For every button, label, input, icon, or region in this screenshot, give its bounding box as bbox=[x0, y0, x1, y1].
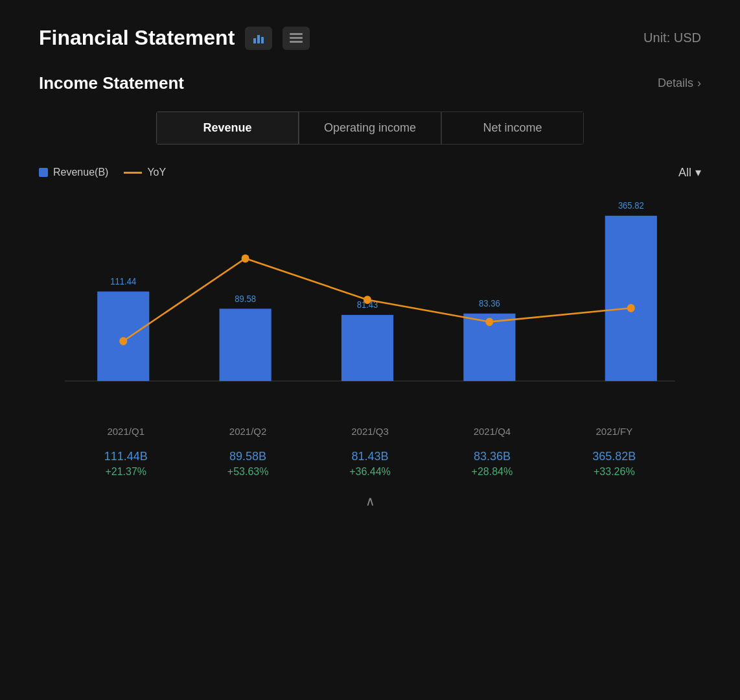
bar-label-q2: 89.58 bbox=[235, 294, 256, 303]
page-title: Financial Statement bbox=[39, 26, 235, 50]
yoy-legend-label: YoY bbox=[147, 167, 166, 178]
revenue-legend: Revenue(B) bbox=[39, 167, 108, 178]
bar-q2 bbox=[220, 309, 272, 381]
collapse-button[interactable]: ∧ bbox=[39, 493, 701, 509]
tab-operating-income[interactable]: Operating income bbox=[299, 111, 441, 145]
yoy-dot-q4 bbox=[485, 318, 493, 326]
bar-chart-button[interactable] bbox=[245, 27, 272, 50]
revenue-legend-label: Revenue(B) bbox=[53, 167, 108, 178]
list-view-button[interactable] bbox=[283, 27, 310, 50]
section-header: Income Statement Details › bbox=[39, 73, 701, 93]
data-value-q3: 81.43B bbox=[309, 450, 431, 463]
all-label: All bbox=[678, 166, 691, 180]
yoy-dot-q2 bbox=[242, 254, 249, 262]
chart-area: 111.44 89.58 81.43 83.36 365.82 bbox=[39, 195, 701, 415]
yoy-legend-line bbox=[124, 172, 142, 174]
chart-svg: 111.44 89.58 81.43 83.36 365.82 bbox=[39, 195, 701, 415]
section-title: Income Statement bbox=[39, 73, 184, 93]
svg-rect-2 bbox=[261, 37, 264, 43]
data-pct-fy: +33.26% bbox=[553, 466, 675, 478]
x-label-fy: 2021/FY bbox=[553, 426, 675, 437]
details-link[interactable]: Details › bbox=[658, 76, 701, 90]
tab-group: Revenue Operating income Net income bbox=[156, 111, 584, 145]
legend-row: Revenue(B) YoY All ▾ bbox=[39, 165, 701, 180]
revenue-legend-square bbox=[39, 168, 48, 177]
unit-label: Unit: USD bbox=[643, 30, 701, 45]
chevron-right-icon: › bbox=[697, 76, 701, 90]
yoy-dot-q1 bbox=[119, 337, 127, 345]
x-label-q2: 2021/Q2 bbox=[187, 426, 308, 437]
list-icon bbox=[290, 33, 303, 43]
bar-q3 bbox=[341, 315, 393, 381]
yoy-dot-q3 bbox=[364, 296, 371, 304]
tab-revenue[interactable]: Revenue bbox=[156, 111, 299, 145]
all-dropdown[interactable]: All ▾ bbox=[678, 165, 701, 180]
data-value-q2: 89.58B bbox=[187, 450, 308, 463]
details-label: Details bbox=[658, 76, 693, 90]
data-pct-q4: +28.84% bbox=[431, 466, 553, 478]
yoy-legend: YoY bbox=[124, 167, 166, 178]
data-pct-q2: +53.63% bbox=[187, 466, 308, 478]
data-value-q4: 83.36B bbox=[431, 450, 553, 463]
bar-label-q1: 111.44 bbox=[110, 277, 136, 286]
svg-rect-5 bbox=[290, 41, 303, 43]
x-label-q1: 2021/Q1 bbox=[65, 426, 187, 437]
bar-fy bbox=[605, 216, 657, 381]
data-cell-q2: 89.58B +53.63% bbox=[187, 450, 308, 478]
data-pct-q3: +36.44% bbox=[309, 466, 431, 478]
bar-q1 bbox=[97, 292, 149, 381]
yoy-dot-fy bbox=[627, 304, 635, 312]
x-label-q3: 2021/Q3 bbox=[309, 426, 431, 437]
svg-rect-0 bbox=[253, 38, 256, 43]
x-label-q4: 2021/Q4 bbox=[431, 426, 553, 437]
data-cell-q3: 81.43B +36.44% bbox=[309, 450, 431, 478]
bar-chart-icon bbox=[252, 32, 265, 45]
data-value-q1: 111.44B bbox=[65, 450, 187, 463]
page-header: Financial Statement Unit: USD bbox=[39, 26, 701, 50]
bar-label-fy: 365.82 bbox=[618, 201, 644, 211]
data-pct-q1: +21.37% bbox=[65, 466, 187, 478]
x-axis-labels: 2021/Q1 2021/Q2 2021/Q3 2021/Q4 2021/FY bbox=[39, 426, 701, 437]
data-cell-q4: 83.36B +28.84% bbox=[431, 450, 553, 478]
arrow-up-icon: ∧ bbox=[365, 494, 375, 508]
bar-label-q4: 83.36 bbox=[479, 299, 500, 309]
svg-rect-4 bbox=[290, 37, 303, 39]
header-left: Financial Statement bbox=[39, 26, 310, 50]
data-values-row: 111.44B +21.37% 89.58B +53.63% 81.43B +3… bbox=[39, 450, 701, 478]
data-cell-fy: 365.82B +33.26% bbox=[553, 450, 675, 478]
data-value-fy: 365.82B bbox=[553, 450, 675, 463]
tab-net-income[interactable]: Net income bbox=[441, 111, 584, 145]
legend-items: Revenue(B) YoY bbox=[39, 167, 166, 178]
svg-rect-1 bbox=[257, 35, 260, 43]
data-cell-q1: 111.44B +21.37% bbox=[65, 450, 187, 478]
dropdown-arrow-icon: ▾ bbox=[695, 165, 701, 180]
svg-rect-3 bbox=[290, 33, 303, 35]
